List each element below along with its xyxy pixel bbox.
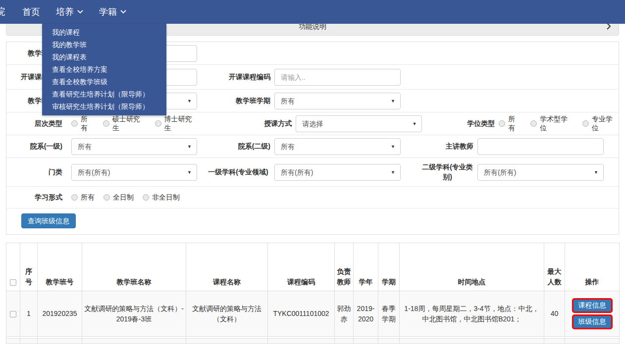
filter-row-departments: 院系(一级) 所有 ▼ 院系(二级) 所有 ▼ 主讲教师 (6, 135, 619, 158)
header-class-name: 教学班名称 (82, 243, 186, 291)
radio-level-all[interactable]: 所有 (71, 115, 94, 133)
course-info-button[interactable]: 课程信息 (572, 298, 613, 313)
teach-mode-label: 授课方式 (227, 119, 292, 128)
teach-mode-select[interactable]: 请选择 ▼ (296, 115, 422, 132)
header-term: 学期 (378, 243, 400, 291)
level-type-label: 层次类型 (6, 119, 62, 128)
radio-form-parttime[interactable]: 非全日制 (143, 193, 180, 202)
menu-item-my-teaching-classes[interactable]: 我的教学班 (42, 39, 166, 51)
teach-mode-value: 请选择 (302, 120, 323, 128)
training-dropdown-menu: 我的课程 我的教学班 我的课程表 查看全校培养方案 查看全校教学班级 查看研究生… (42, 24, 166, 115)
nav-item-home[interactable]: 首页 (22, 6, 40, 18)
category-label: 门类 (6, 168, 62, 177)
nav-item-training[interactable]: 培养 (56, 6, 83, 18)
radio-level-all-label: 所有 (81, 115, 94, 133)
cell-actions: 课程信息 班级信息 (565, 291, 620, 337)
menu-item-review-grad-training-plan[interactable]: 审核研究生培养计划（限导师） (42, 101, 166, 113)
nav-student-status-label: 学籍 (99, 6, 117, 18)
chevron-down-icon (120, 10, 126, 14)
menu-item-view-school-teaching-classes[interactable]: 查看全校教学班级 (42, 76, 166, 88)
filter-row-level-mode-degree: 层次类型 所有 硕士研究生 博士研究生 授课方式 请选择 ▼ 学位类型 所有 学… (6, 112, 619, 135)
cell-course-name: 文献调研的策略与方法（文科） (186, 291, 268, 337)
study-form-label: 学习形式 (6, 193, 62, 202)
category-value: 所有(所有) (78, 168, 110, 176)
dept-level1-select[interactable]: 所有 ▼ (71, 138, 197, 155)
dept-level2-label: 院系(二级) (206, 142, 270, 151)
header-class-no: 教学班号 (38, 243, 82, 291)
menu-item-view-school-training-plans[interactable]: 查看全校培养方案 (42, 63, 166, 76)
lecturer-input[interactable] (478, 139, 603, 155)
radio-icon[interactable] (103, 120, 109, 127)
cell-select (6, 291, 20, 337)
class-info-button[interactable]: 班级信息 (572, 314, 613, 329)
radio-degree-all[interactable]: 所有 (499, 115, 521, 133)
radio-level-master-label: 硕士研究生 (112, 115, 146, 133)
radio-degree-professional-label: 专业学位 (592, 115, 619, 133)
nav-item-student-status[interactable]: 学籍 (99, 6, 126, 18)
header-course-name: 课程名称 (186, 243, 268, 291)
table-header-row: 序号 教学班号 教学班名称 课程名称 课程编码 负责教师 学年 学期 时间地点 … (6, 243, 620, 291)
radio-icon[interactable] (499, 120, 505, 127)
radio-level-doctor-label: 博士研究生 (164, 115, 198, 133)
radio-form-fulltime-label: 全日制 (113, 193, 134, 202)
header-time-place: 时间地点 (400, 243, 544, 291)
menu-item-my-timetable[interactable]: 我的课程表 (42, 51, 166, 63)
select-caret-icon: ▼ (391, 93, 395, 109)
table-row-partial-2 (6, 339, 620, 344)
select-caret-icon: ▼ (187, 139, 192, 155)
radio-icon[interactable] (143, 194, 149, 201)
select-caret-icon: ▼ (412, 116, 417, 132)
cell-seq: 1 (20, 291, 38, 337)
nav-home-label: 首页 (22, 6, 40, 18)
dept-level1-value: 所有 (78, 143, 92, 151)
filter-button-row: 查询班级信息 (6, 208, 619, 234)
brand-text-clipped: 院 (0, 5, 6, 18)
cell-time-place: 1-18周，每周星期二，3-4节，地点：中北，中北图书馆，中北图书馆B201； (400, 291, 544, 337)
subject2-label: 二级学科(专业类别) (421, 162, 473, 182)
menu-item-my-courses[interactable]: 我的课程 (42, 26, 166, 39)
radio-level-doctor[interactable]: 博士研究生 (155, 115, 198, 133)
radio-form-parttime-label: 非全日制 (152, 193, 180, 202)
lecturer-label: 主讲教师 (421, 142, 473, 151)
radio-level-master[interactable]: 硕士研究生 (103, 115, 146, 133)
radio-icon[interactable] (71, 194, 78, 201)
radio-icon[interactable] (155, 120, 161, 127)
subject2-select[interactable]: 所有(所有) ▼ (477, 164, 604, 181)
class-term-select[interactable]: 所有 ▼ (274, 93, 401, 109)
header-actions: 操作 (565, 243, 620, 291)
study-form-radio-group: 所有 全日制 非全日制 (71, 193, 180, 202)
lecturer-field (477, 138, 604, 155)
radio-form-fulltime[interactable]: 全日制 (104, 193, 134, 202)
table-row: 1 201920235 文献调研的策略与方法（文科）-2019春-3班 文献调研… (6, 291, 620, 337)
cell-max-students: 40 (544, 291, 565, 337)
radio-form-all[interactable]: 所有 (71, 193, 95, 202)
select-caret-icon: ▼ (391, 164, 395, 180)
radio-degree-professional[interactable]: 专业学位 (582, 115, 619, 133)
chevron-right-icon (607, 23, 611, 30)
query-class-info-button[interactable]: 查询班级信息 (21, 213, 76, 228)
select-all-checkbox[interactable] (10, 279, 16, 286)
radio-icon[interactable] (71, 120, 78, 127)
radio-icon[interactable] (104, 194, 110, 201)
radio-degree-academic-label: 学术型学位 (540, 115, 573, 133)
subject1-select[interactable]: 所有(所有) ▼ (274, 164, 401, 181)
header-max-students: 最大人数 (544, 243, 565, 291)
radio-icon[interactable] (582, 120, 589, 127)
cell-year: 2019-2020 (354, 291, 378, 337)
top-navbar: 院 首页 培养 学籍 (0, 0, 625, 24)
filter-row-study-form: 学习形式 所有 全日制 非全日制 (6, 187, 619, 208)
radio-degree-academic[interactable]: 学术型学位 (530, 115, 573, 133)
menu-item-view-grad-training-plan[interactable]: 查看研究生培养计划（限导师） (42, 88, 166, 101)
category-select[interactable]: 所有(所有) ▼ (71, 164, 197, 181)
cell-teacher: 郭劲赤 (335, 291, 354, 337)
nav-training-label: 培养 (56, 6, 74, 18)
course-code-input[interactable] (275, 69, 400, 85)
row-checkbox[interactable] (10, 311, 16, 317)
class-term-value: 所有 (281, 97, 295, 105)
radio-icon[interactable] (530, 120, 537, 127)
dept-level2-select[interactable]: 所有 ▼ (274, 138, 401, 155)
header-select-all (6, 243, 20, 291)
header-year: 学年 (354, 243, 378, 291)
filter-row-subjects: 门类 所有(所有) ▼ 一级学科(专业领域) 所有(所有) ▼ 二级学科(专业类… (6, 158, 619, 187)
dept-level1-label: 院系(一级) (6, 142, 62, 151)
